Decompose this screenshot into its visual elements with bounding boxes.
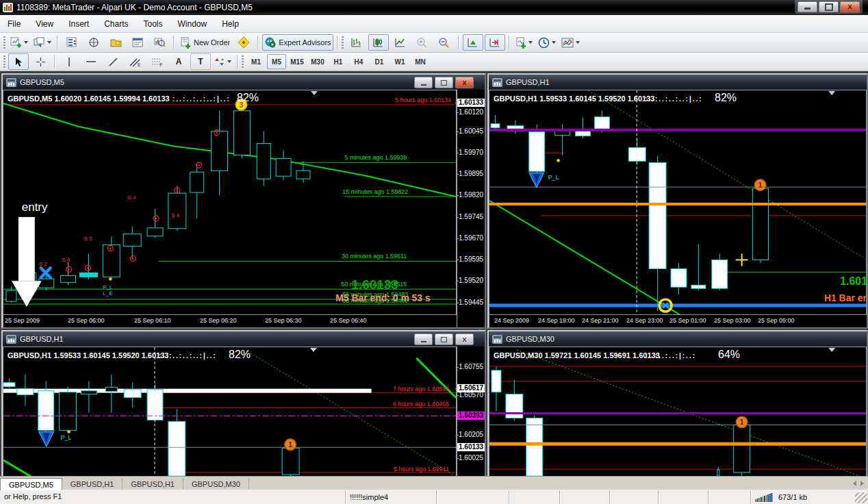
chart-window-titlebar[interactable]: GBPUSD,H1 bbox=[489, 75, 867, 90]
menu-view[interactable]: View bbox=[28, 16, 61, 32]
metaeditor-button[interactable] bbox=[233, 34, 254, 51]
chart-plot-area[interactable]: 1P_L1.601H1 Bar enGBPUSD,H1 1.59533 1.60… bbox=[489, 90, 867, 327]
toolbar-grip[interactable] bbox=[3, 36, 5, 49]
channel-button[interactable]: E bbox=[125, 53, 145, 70]
chart-window-icon bbox=[6, 78, 16, 87]
resize-grip[interactable] bbox=[855, 492, 867, 503]
status-cell bbox=[436, 490, 509, 504]
toolbar-grip[interactable] bbox=[3, 55, 5, 68]
chart-close-button[interactable]: X bbox=[455, 333, 474, 345]
tab-gbpusd-h1[interactable]: GBPUSD,H1 bbox=[123, 478, 183, 490]
chart-window-titlebar[interactable]: GBPUSD,M30 bbox=[489, 331, 867, 346]
price-chart[interactable]: 35 hours ago 1.601345 minutes ago 1.5993… bbox=[3, 90, 457, 315]
timeframe-m30[interactable]: M30 bbox=[308, 54, 327, 69]
price-scale[interactable]: 1.601331.601201.600451.599701.598951.598… bbox=[457, 90, 485, 327]
timeframe-h4[interactable]: H4 bbox=[349, 54, 368, 69]
toolbar-grip[interactable] bbox=[242, 55, 244, 68]
chart-minimize-button[interactable] bbox=[414, 333, 433, 345]
templates-button[interactable] bbox=[559, 34, 582, 51]
timeframe-h1[interactable]: H1 bbox=[329, 54, 348, 69]
strategy-tester-button[interactable] bbox=[149, 34, 170, 51]
text-label-button[interactable]: T bbox=[190, 53, 211, 70]
chart-restore-button[interactable] bbox=[435, 77, 453, 88]
chart-minimize-button[interactable] bbox=[414, 77, 433, 88]
tab-gbpusd-m5[interactable]: GBPUSD,M5 bbox=[0, 478, 62, 490]
menu-file[interactable]: File bbox=[0, 16, 28, 32]
chart-window-titlebar[interactable]: GBPUSD,M5X bbox=[3, 75, 485, 90]
tab-gbpusd-h1[interactable]: GBPUSD,H1 bbox=[62, 478, 123, 490]
menu-help[interactable]: Help bbox=[214, 16, 246, 32]
time-label: 25 Sep 06:10 bbox=[134, 317, 171, 324]
line-chart-button[interactable] bbox=[390, 34, 411, 51]
candlestick-button[interactable] bbox=[368, 34, 389, 51]
menu-tools[interactable]: Tools bbox=[136, 16, 170, 32]
titlebar[interactable]: 1108389: MetaTrader - Alpari UK - Demo A… bbox=[0, 0, 868, 15]
expert-advisors-button[interactable]: Expert Advisors bbox=[262, 34, 333, 51]
crosshair-button[interactable] bbox=[30, 53, 51, 70]
price-tick: 1.59895 bbox=[459, 170, 483, 178]
trendline-button[interactable] bbox=[103, 53, 123, 70]
timeframe-mn[interactable]: MN bbox=[411, 54, 430, 69]
text-button[interactable]: A bbox=[168, 53, 189, 70]
svg-text:M5 Bar end: 0 m 53 s: M5 Bar end: 0 m 53 s bbox=[335, 292, 431, 303]
minimize-button[interactable] bbox=[797, 1, 817, 12]
zoom-out-icon bbox=[438, 37, 450, 49]
bar-chart-button[interactable] bbox=[346, 34, 367, 51]
connection-bars-icon bbox=[755, 493, 773, 502]
indicators-button[interactable] bbox=[513, 34, 535, 51]
timeframe-m1[interactable]: M1 bbox=[246, 54, 266, 69]
chart-close-button[interactable]: X bbox=[455, 77, 474, 88]
timeframe-m5[interactable]: M5 bbox=[267, 54, 286, 69]
terminal-button[interactable] bbox=[127, 34, 148, 51]
tab-scroll-left-icon[interactable] bbox=[851, 479, 858, 488]
close-button[interactable]: X bbox=[840, 1, 860, 12]
chevron-down-icon bbox=[24, 41, 28, 44]
zoom-in-button[interactable] bbox=[412, 34, 433, 51]
price-tick: 1.59520 bbox=[459, 277, 483, 285]
new-chart-icon bbox=[10, 37, 22, 49]
toolbar-grip[interactable] bbox=[342, 36, 344, 49]
tab-scroll-right-icon[interactable] bbox=[858, 479, 866, 488]
auto-scroll-button[interactable] bbox=[463, 34, 483, 51]
equidistant-channel-icon: E bbox=[129, 57, 141, 67]
metaeditor-icon bbox=[238, 36, 250, 49]
price-scale[interactable]: 1.607551.606171.605701.603931.602051.601… bbox=[457, 346, 485, 476]
cursor-button[interactable] bbox=[8, 53, 29, 70]
svg-text:3: 3 bbox=[239, 101, 243, 109]
new-order-button[interactable]: New Order bbox=[178, 34, 232, 51]
arrows-tool-button[interactable] bbox=[212, 53, 233, 70]
chart-shift-button[interactable] bbox=[485, 34, 505, 51]
menu-window[interactable]: Window bbox=[170, 16, 215, 32]
time-label: 25 Sep 06:00 bbox=[68, 317, 105, 324]
timeframe-w1[interactable]: W1 bbox=[390, 54, 409, 69]
market-watch-button[interactable] bbox=[62, 34, 82, 51]
chart-window-titlebar[interactable]: GBPUSD,H1X bbox=[3, 331, 485, 346]
timeframe-m15[interactable]: M15 bbox=[288, 54, 307, 69]
vertical-line-icon bbox=[65, 57, 73, 67]
chart-restore-button[interactable] bbox=[435, 333, 453, 345]
svg-text:entry: entry bbox=[22, 201, 48, 214]
profiles-button[interactable] bbox=[31, 34, 53, 51]
menu-insert[interactable]: Insert bbox=[61, 16, 97, 32]
horizontal-line-button[interactable] bbox=[81, 53, 101, 70]
chart-plot-area[interactable]: 35 hours ago 1.601345 minutes ago 1.5993… bbox=[3, 90, 457, 327]
chart-plot-area[interactable]: 17 hours ago 1.605936 hours ago 1.604655… bbox=[3, 346, 457, 476]
price-chart[interactable]: 1P_L1.601H1 Bar en bbox=[489, 90, 867, 315]
data-window-button[interactable] bbox=[84, 34, 104, 51]
zoom-out-button[interactable] bbox=[434, 34, 455, 51]
vertical-line-button[interactable] bbox=[59, 53, 79, 70]
price-chart[interactable]: 17 hours ago 1.605936 hours ago 1.604655… bbox=[3, 346, 457, 476]
chart-plot-area[interactable]: 1GBPUSD,M30 1.59721 1.60145 1.59691 1.60… bbox=[489, 346, 867, 476]
new-chart-button[interactable] bbox=[8, 34, 30, 51]
status-help: or Help, press F1 bbox=[0, 490, 345, 504]
tab-gbpusd-m30[interactable]: GBPUSD,M30 bbox=[183, 478, 249, 490]
navigator-button[interactable] bbox=[105, 34, 126, 51]
fibonacci-button[interactable]: F bbox=[146, 53, 167, 70]
arrows-tool-icon bbox=[214, 57, 225, 67]
periods-button[interactable] bbox=[536, 34, 558, 51]
price-chart[interactable]: 1 bbox=[489, 346, 867, 476]
maximize-button[interactable] bbox=[819, 1, 839, 12]
status-cell bbox=[559, 490, 609, 504]
timeframe-d1[interactable]: D1 bbox=[370, 54, 389, 69]
menu-charts[interactable]: Charts bbox=[97, 16, 136, 32]
